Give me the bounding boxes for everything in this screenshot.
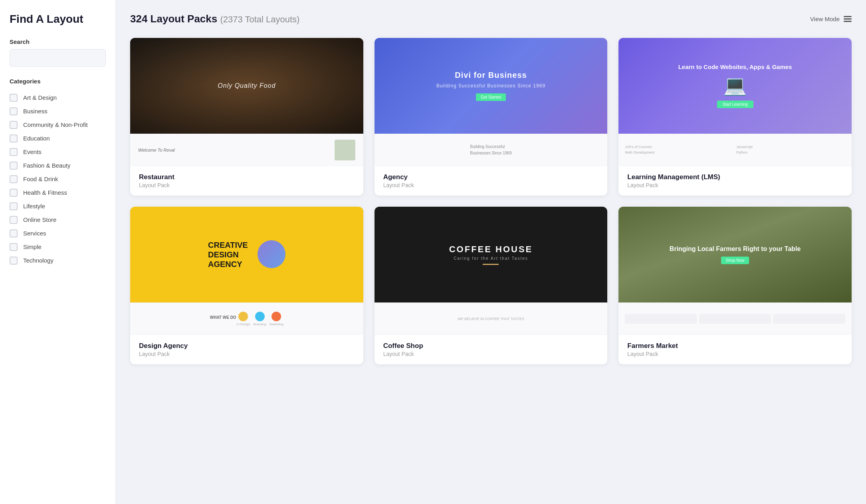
- farmers-preview-item3: [773, 314, 845, 324]
- farmers-image-title: Bringing Local Farmers Right to your Tab…: [670, 245, 801, 253]
- coffee-accent-bar: [483, 264, 499, 265]
- coffee-image-title: COFFEE HOUSE: [449, 244, 533, 255]
- category-item-business[interactable]: Business: [10, 105, 106, 118]
- coffee-card-type: Layout Pack: [383, 351, 599, 357]
- restaurant-preview-thumb: [335, 140, 355, 160]
- category-checkbox-simple[interactable]: [10, 243, 18, 251]
- restaurant-card-type: Layout Pack: [139, 182, 355, 188]
- card-farmers-footer: Farmers Market Layout Pack: [618, 334, 852, 364]
- card-coffee-footer: Coffee Shop Layout Pack: [375, 334, 608, 364]
- lms-cta-button[interactable]: Start Learning: [717, 101, 753, 108]
- grid-view-icon: [844, 16, 852, 22]
- coffee-preview-text: WE BELIEVE IN COFFEE THAT TASTES: [458, 317, 524, 321]
- card-design-image: CREATIVEDESIGNAGENCY: [130, 207, 363, 302]
- lms-preview-item2: JavascriptPython: [736, 144, 845, 155]
- search-input[interactable]: [10, 49, 106, 67]
- coffee-image-sub: Caring for the Art that Tastes: [454, 256, 528, 261]
- category-name-events: Events: [23, 148, 42, 156]
- agency-card-name: Agency: [383, 173, 599, 181]
- category-checkbox-community-non-profit[interactable]: [10, 121, 18, 129]
- view-mode-button[interactable]: View Mode: [810, 16, 852, 22]
- farmers-cta-button[interactable]: Shop Now: [721, 257, 749, 264]
- design-icon-circle-3: [271, 312, 281, 321]
- card-design-footer: Design Agency Layout Pack: [130, 334, 363, 364]
- category-name-education: Education: [23, 134, 50, 142]
- card-coffee-preview: WE BELIEVE IN COFFEE THAT TASTES: [375, 302, 608, 334]
- category-checkbox-events[interactable]: [10, 148, 18, 156]
- laptop-icon: 💻: [723, 74, 747, 97]
- design-icon-3: Marketing: [270, 312, 283, 326]
- card-restaurant[interactable]: Only Quality Food Welcome To Reval Resta…: [130, 38, 363, 196]
- total-layouts: (2373 Total Layouts): [220, 14, 299, 24]
- coffee-card-name: Coffee Shop: [383, 342, 599, 350]
- category-checkbox-art-design[interactable]: [10, 94, 18, 102]
- restaurant-preview-text: Welcome To Reval: [138, 148, 175, 152]
- category-checkbox-business[interactable]: [10, 107, 18, 115]
- agency-image-text: Divi for Business: [455, 71, 527, 80]
- category-name-art-design: Art & Design: [23, 94, 57, 102]
- main-content: 324 Layout Packs (2373 Total Layouts) Vi…: [116, 0, 866, 504]
- category-item-lifestyle[interactable]: Lifestyle: [10, 200, 106, 213]
- card-coffee-shop[interactable]: COFFEE HOUSE Caring for the Art that Tas…: [375, 207, 608, 364]
- card-farmers-market[interactable]: Bringing Local Farmers Right to your Tab…: [618, 207, 852, 364]
- category-item-online-store[interactable]: Online Store: [10, 213, 106, 227]
- category-name-services: Services: [23, 229, 46, 237]
- card-lms[interactable]: Learn to Code Websites, Apps & Games 💻 S…: [618, 38, 852, 196]
- card-restaurant-footer: Restaurant Layout Pack: [130, 166, 363, 196]
- category-item-art-design[interactable]: Art & Design: [10, 91, 106, 105]
- layout-count: 324 Layout Packs: [130, 13, 217, 25]
- category-checkbox-fashion-beauty[interactable]: [10, 162, 18, 170]
- category-item-services[interactable]: Services: [10, 227, 106, 240]
- sidebar-title: Find A Layout: [10, 13, 106, 26]
- category-item-education[interactable]: Education: [10, 132, 106, 145]
- farmers-card-type: Layout Pack: [627, 351, 843, 357]
- design-icon-1: UI Design: [236, 312, 250, 326]
- design-card-name: Design Agency: [139, 342, 355, 350]
- agency-card-type: Layout Pack: [383, 182, 599, 188]
- category-item-simple[interactable]: Simple: [10, 240, 106, 254]
- category-name-simple: Simple: [23, 243, 42, 251]
- category-name-health-fitness: Health & Fitness: [23, 189, 67, 197]
- design-icon-text-1: UI Design: [236, 322, 250, 326]
- design-decorative-circle: [258, 240, 285, 268]
- category-checkbox-services[interactable]: [10, 229, 18, 237]
- agency-cta-button[interactable]: Get Started: [476, 93, 506, 101]
- card-agency-image: Divi for Business Building Successful Bu…: [375, 38, 608, 134]
- card-agency-preview: Building SuccessfulBusinesses Since 1969: [375, 134, 608, 166]
- category-checkbox-food-drink[interactable]: [10, 175, 18, 183]
- category-item-health-fitness[interactable]: Health & Fitness: [10, 186, 106, 200]
- categories-label: Categories: [10, 78, 106, 85]
- design-icon-circle-2: [255, 312, 265, 321]
- category-checkbox-online-store[interactable]: [10, 216, 18, 224]
- restaurant-image-text: Only Quality Food: [218, 82, 275, 89]
- category-item-community-non-profit[interactable]: Community & Non-Profit: [10, 118, 106, 132]
- category-checkbox-education[interactable]: [10, 134, 18, 142]
- categories-list: Art & Design Business Community & Non-Pr…: [10, 91, 106, 267]
- design-icon-text-3: Marketing: [270, 322, 283, 326]
- card-farmers-image: Bringing Local Farmers Right to your Tab…: [618, 207, 852, 302]
- app-container: Find A Layout Search Categories Art & De…: [0, 0, 866, 504]
- category-item-fashion-beauty[interactable]: Fashion & Beauty: [10, 159, 106, 172]
- lms-image-text: Learn to Code Websites, Apps & Games: [678, 63, 792, 70]
- category-item-food-drink[interactable]: Food & Drink: [10, 172, 106, 186]
- card-agency[interactable]: Divi for Business Building Successful Bu…: [375, 38, 608, 196]
- design-image-text: CREATIVEDESIGNAGENCY: [208, 240, 248, 269]
- lms-preview-item1: 100's of CoursesWeb Development: [625, 144, 734, 155]
- lms-card-name: Learning Management (LMS): [627, 173, 843, 181]
- design-icon-circle-1: [238, 312, 248, 321]
- category-name-online-store: Online Store: [23, 216, 56, 224]
- design-icon-text-2: Branding: [254, 322, 266, 326]
- card-lms-image: Learn to Code Websites, Apps & Games 💻 S…: [618, 38, 852, 134]
- category-checkbox-health-fitness[interactable]: [10, 189, 18, 197]
- restaurant-card-name: Restaurant: [139, 173, 355, 181]
- category-checkbox-lifestyle[interactable]: [10, 202, 18, 210]
- category-checkbox-technology[interactable]: [10, 257, 18, 265]
- category-item-technology[interactable]: Technology: [10, 254, 106, 267]
- card-restaurant-image: Only Quality Food: [130, 38, 363, 134]
- farmers-preview-item2: [699, 314, 771, 324]
- category-name-lifestyle: Lifestyle: [23, 202, 45, 210]
- layout-grid: Only Quality Food Welcome To Reval Resta…: [130, 38, 852, 364]
- card-design-agency[interactable]: CREATIVEDESIGNAGENCY WHAT WE DO UI Desig…: [130, 207, 363, 364]
- card-coffee-image: COFFEE HOUSE Caring for the Art that Tas…: [375, 207, 608, 302]
- category-item-events[interactable]: Events: [10, 145, 106, 159]
